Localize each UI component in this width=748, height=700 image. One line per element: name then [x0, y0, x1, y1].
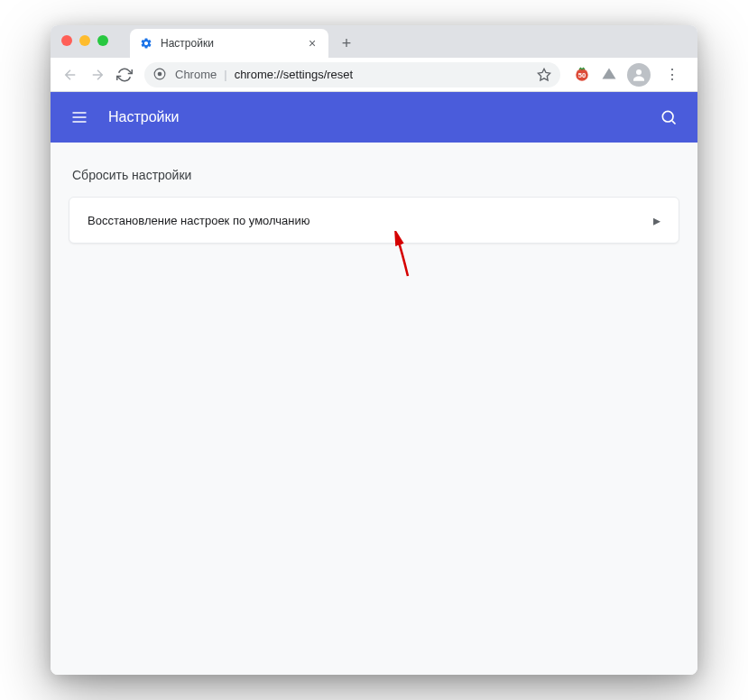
- chevron-right-icon: ▸: [653, 212, 660, 229]
- omnibox-origin-label: Chrome: [175, 68, 217, 81]
- window-close-button[interactable]: [61, 35, 72, 46]
- drive-icon[interactable]: [600, 66, 618, 84]
- svg-point-6: [636, 69, 642, 75]
- omnibox-divider: |: [224, 68, 226, 81]
- tab-settings[interactable]: Настройки ×: [130, 29, 328, 58]
- back-button[interactable]: [58, 62, 83, 88]
- section-title-reset: Сбросить настройки: [72, 168, 679, 182]
- reset-card: Восстановление настроек по умолчанию ▸: [69, 197, 679, 244]
- gear-icon: [139, 36, 153, 51]
- titlebar: Настройки × +: [51, 25, 697, 58]
- toolbar: Chrome | chrome://settings/reset 50 ⋮: [51, 58, 697, 92]
- svg-marker-2: [538, 69, 549, 80]
- svg-marker-5: [603, 68, 616, 78]
- settings-header: Настройки: [51, 92, 697, 143]
- hamburger-menu-button[interactable]: [69, 106, 90, 128]
- svg-text:50: 50: [578, 71, 586, 79]
- svg-point-1: [158, 71, 162, 76]
- forward-button[interactable]: [85, 62, 110, 88]
- extension-icon-1[interactable]: 50: [573, 66, 591, 84]
- window-controls: [61, 35, 108, 46]
- tab-title: Настройки: [161, 37, 298, 50]
- profile-avatar[interactable]: [627, 63, 651, 87]
- svg-point-10: [662, 111, 673, 122]
- extension-icons: 50 ⋮: [568, 62, 690, 88]
- settings-content: Сбросить настройки Восстановление настро…: [51, 143, 697, 675]
- tab-strip: Настройки × +: [130, 25, 359, 58]
- svg-line-11: [672, 121, 676, 124]
- window-maximize-button[interactable]: [97, 35, 108, 46]
- page-title: Настройки: [108, 109, 640, 125]
- restore-defaults-row[interactable]: Восстановление настроек по умолчанию ▸: [69, 198, 679, 243]
- chrome-icon: [153, 68, 168, 82]
- restore-defaults-label: Восстановление настроек по умолчанию: [88, 214, 310, 227]
- new-tab-button[interactable]: +: [334, 31, 359, 56]
- window-minimize-button[interactable]: [79, 35, 90, 46]
- browser-window: Настройки × + Chrome | chrome://settings…: [51, 25, 697, 675]
- reload-button[interactable]: [112, 62, 137, 88]
- close-icon[interactable]: ×: [305, 36, 319, 51]
- address-bar[interactable]: Chrome | chrome://settings/reset: [144, 62, 560, 88]
- search-button[interactable]: [658, 106, 679, 128]
- bookmark-icon[interactable]: [537, 68, 551, 82]
- browser-menu-button[interactable]: ⋮: [660, 62, 685, 88]
- omnibox-url: chrome://settings/reset: [235, 68, 530, 81]
